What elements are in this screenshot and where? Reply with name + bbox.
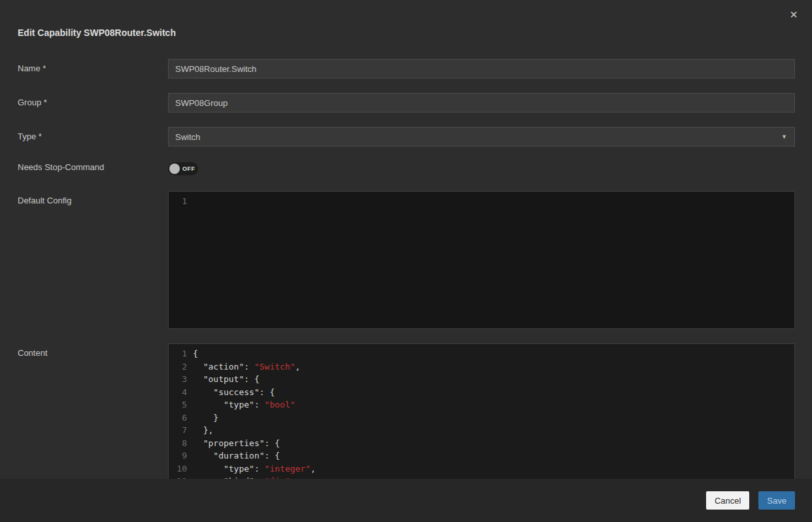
- type-select[interactable]: Switch ▼: [168, 127, 795, 147]
- toggle-knob: [169, 164, 180, 174]
- toggle-state-label: OFF: [182, 165, 195, 172]
- content-row: Content 1234567891011 { "action": "Switc…: [18, 343, 795, 481]
- code-area[interactable]: { "action": "Switch", "output": { "succe…: [187, 344, 794, 480]
- edit-capability-modal: × Edit Capability SWP08Router.Switch Nam…: [0, 0, 812, 522]
- default-config-label: Default Config: [18, 191, 168, 329]
- chevron-down-icon: ▼: [781, 133, 787, 140]
- save-button[interactable]: Save: [758, 491, 795, 510]
- content-label: Content: [18, 343, 168, 481]
- type-label: Type *: [18, 127, 168, 147]
- default-config-row: Default Config 1: [18, 191, 795, 329]
- cancel-button[interactable]: Cancel: [706, 491, 749, 510]
- modal-footer: Cancel Save: [0, 479, 812, 522]
- name-input[interactable]: [168, 59, 795, 78]
- needs-stop-command-toggle[interactable]: OFF: [168, 162, 198, 175]
- line-number-gutter: 1: [169, 192, 187, 328]
- close-icon[interactable]: ×: [787, 8, 800, 21]
- needs-stop-command-label: Needs Stop-Command: [18, 161, 168, 175]
- name-label: Name *: [18, 59, 168, 78]
- modal-title: Edit Capability SWP08Router.Switch: [0, 0, 812, 38]
- group-row: Group *: [18, 93, 795, 113]
- group-label: Group *: [18, 93, 168, 113]
- capability-form: Name * Group * Type * Switch ▼ Needs Sto…: [0, 38, 812, 481]
- needs-stop-command-row: Needs Stop-Command OFF: [18, 161, 795, 175]
- type-row: Type * Switch ▼: [18, 127, 795, 147]
- line-number-gutter: 1234567891011: [169, 344, 187, 480]
- name-row: Name *: [18, 59, 795, 78]
- group-input[interactable]: [168, 93, 795, 113]
- type-select-value: Switch: [175, 132, 200, 142]
- code-area[interactable]: [187, 192, 794, 328]
- default-config-editor[interactable]: 1: [168, 191, 795, 329]
- content-editor[interactable]: 1234567891011 { "action": "Switch", "out…: [168, 343, 795, 481]
